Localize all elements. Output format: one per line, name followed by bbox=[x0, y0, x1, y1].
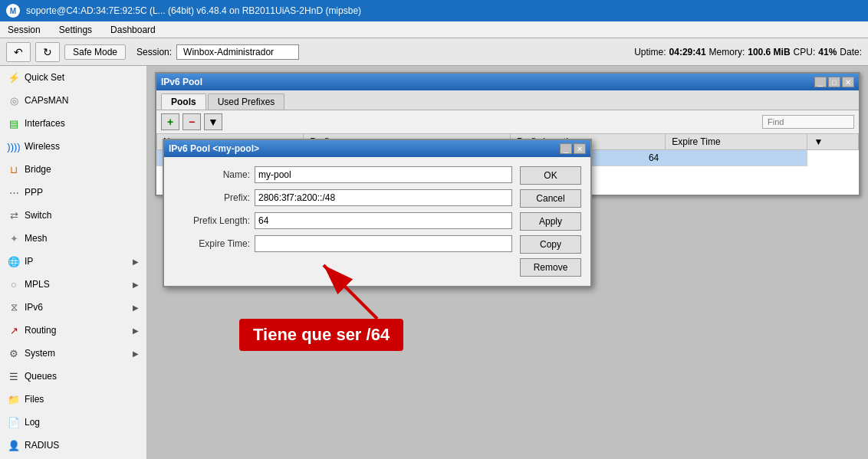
filter-button[interactable]: ▼ bbox=[204, 113, 222, 130]
find-input[interactable] bbox=[762, 115, 854, 129]
remove-button[interactable]: − bbox=[182, 113, 201, 130]
tab-used-prefixes[interactable]: Used Prefixes bbox=[208, 93, 285, 110]
expire-time-label: Expire Time: bbox=[173, 238, 250, 249]
menu-session[interactable]: Session bbox=[3, 23, 45, 37]
col-expire-time: Expire Time bbox=[666, 134, 807, 150]
sidebar-item-bridge[interactable]: ⊔Bridge bbox=[0, 158, 146, 181]
sidebar-item-ip[interactable]: 🌐IP▶ bbox=[0, 250, 146, 273]
sidebar-item-capsman[interactable]: ◎CAPsMAN bbox=[0, 89, 146, 112]
sidebar-item-system[interactable]: ⚙System▶ bbox=[0, 342, 146, 365]
annotation-box: Tiene que ser /64 bbox=[239, 319, 403, 351]
dialog-window-controls: _ ✕ bbox=[560, 143, 586, 154]
prefix-label: Prefix: bbox=[173, 192, 250, 203]
wireless-icon: )))) bbox=[8, 140, 20, 152]
refresh-button[interactable]: ↻ bbox=[35, 42, 60, 62]
sidebar-item-mpls[interactable]: ○MPLS▶ bbox=[0, 273, 146, 296]
apply-button[interactable]: Apply bbox=[520, 212, 581, 231]
routing-icon: ↗ bbox=[8, 324, 20, 336]
expire-time-input[interactable] bbox=[255, 235, 512, 252]
toolbar-stats: Uptime: 04:29:41 Memory: 100.6 MiB CPU: … bbox=[634, 47, 862, 57]
table-toolbar: + − ▼ bbox=[156, 110, 859, 133]
ppp-icon: ⋯ bbox=[8, 186, 20, 198]
tab-pools[interactable]: Pools bbox=[161, 93, 206, 110]
switch-icon: ⇄ bbox=[8, 209, 20, 221]
sidebar-item-label-mpls: MPLS bbox=[25, 279, 50, 290]
sidebar-item-routing[interactable]: ↗Routing▶ bbox=[0, 319, 146, 342]
field-row-prefix: Prefix: bbox=[173, 189, 512, 206]
copy-button[interactable]: Copy bbox=[520, 235, 581, 254]
memory-value: 100.6 MiB bbox=[748, 47, 790, 57]
main-layout: ⚡Quick Set◎CAPsMAN▤Interfaces))))Wireles… bbox=[0, 66, 868, 459]
dialog-minimize-button[interactable]: _ bbox=[560, 143, 572, 154]
prefix-input[interactable] bbox=[255, 189, 512, 206]
ip-arrow-icon: ▶ bbox=[133, 257, 139, 266]
sidebar-item-ipv6[interactable]: ⧖IPv6▶ bbox=[0, 296, 146, 319]
field-row-prefix-length: Prefix Length: bbox=[173, 212, 512, 229]
add-button[interactable]: + bbox=[161, 113, 179, 130]
sidebar-item-ppp[interactable]: ⋯PPP bbox=[0, 181, 146, 204]
pool-dialog: IPv6 Pool <my-pool> _ ✕ Name: Prefix: bbox=[163, 139, 592, 287]
remove-button[interactable]: Remove bbox=[520, 258, 581, 277]
sidebar-item-interfaces[interactable]: ▤Interfaces bbox=[0, 112, 146, 135]
maximize-button[interactable]: □ bbox=[828, 77, 840, 87]
radius-icon: 👤 bbox=[8, 439, 20, 451]
ip-icon: 🌐 bbox=[8, 255, 20, 267]
dialog-close-button[interactable]: ✕ bbox=[574, 143, 586, 154]
cpu-label: CPU: bbox=[794, 47, 816, 57]
queues-icon: ☰ bbox=[8, 370, 20, 382]
name-input[interactable] bbox=[255, 166, 512, 183]
close-button[interactable]: ✕ bbox=[842, 77, 854, 87]
sidebar-item-label-queues: Queues bbox=[25, 371, 57, 382]
sidebar-item-label-switch: Switch bbox=[25, 210, 51, 221]
menu-dashboard[interactable]: Dashboard bbox=[106, 23, 160, 37]
session-value: Winbox-Administrador bbox=[176, 44, 299, 60]
name-label: Name: bbox=[173, 169, 250, 180]
sidebar-item-label-files: Files bbox=[25, 394, 44, 405]
toolbar: ↶ ↻ Safe Mode Session: Winbox-Administra… bbox=[0, 38, 868, 66]
sidebar-item-files[interactable]: 📁Files bbox=[0, 388, 146, 411]
ipv6-icon: ⧖ bbox=[8, 301, 20, 313]
uptime-label: Uptime: bbox=[634, 47, 666, 57]
dialog-buttons: OK Cancel Apply Copy Remove bbox=[520, 166, 581, 277]
sidebar-item-queues[interactable]: ☰Queues bbox=[0, 365, 146, 388]
sidebar-item-label-wireless: Wireless bbox=[25, 141, 60, 152]
back-button[interactable]: ↶ bbox=[6, 42, 31, 62]
system-arrow-icon: ▶ bbox=[133, 349, 139, 358]
window-controls: _ □ ✕ bbox=[814, 77, 854, 87]
safe-mode-button[interactable]: Safe Mode bbox=[64, 44, 126, 60]
cell-expire-time bbox=[666, 150, 807, 166]
memory-label: Memory: bbox=[709, 47, 745, 57]
col-expand[interactable]: ▼ bbox=[807, 134, 859, 150]
session-label: Session: bbox=[136, 47, 172, 57]
menu-bar: Session Settings Dashboard bbox=[0, 21, 868, 38]
sidebar-item-switch[interactable]: ⇄Switch bbox=[0, 204, 146, 227]
prefix-length-input[interactable] bbox=[255, 212, 512, 229]
sidebar-item-quick-set[interactable]: ⚡Quick Set bbox=[0, 66, 146, 89]
sidebar-item-radius[interactable]: 👤RADIUS bbox=[0, 434, 146, 457]
dialog-fields: Name: Prefix: Prefix Length: Expire Time… bbox=[173, 166, 512, 277]
bridge-icon: ⊔ bbox=[8, 163, 20, 175]
sidebar-item-mesh[interactable]: ✦Mesh bbox=[0, 227, 146, 250]
routing-arrow-icon: ▶ bbox=[133, 326, 139, 335]
sidebar-item-log[interactable]: 📄Log bbox=[0, 411, 146, 434]
ok-button[interactable]: OK bbox=[520, 166, 581, 185]
dialog-body: Name: Prefix: Prefix Length: Expire Time… bbox=[164, 157, 590, 286]
ipv6-pool-title-bar: IPv6 Pool _ □ ✕ bbox=[156, 74, 859, 90]
sidebar-item-label-capsman: CAPsMAN bbox=[25, 95, 68, 106]
title-bar-text: soporte@C4:AD:34:7E:92:5C (L... (64bit) … bbox=[26, 5, 862, 16]
cancel-button[interactable]: Cancel bbox=[520, 189, 581, 208]
sidebar-item-label-system: System bbox=[25, 348, 55, 359]
sidebar-item-label-quick-set: Quick Set bbox=[25, 72, 64, 83]
tab-bar: Pools Used Prefixes bbox=[156, 90, 859, 110]
sidebar-item-label-routing: Routing bbox=[25, 325, 56, 336]
mpls-arrow-icon: ▶ bbox=[133, 280, 139, 289]
title-bar: M soporte@C4:AD:34:7E:92:5C (L... (64bit… bbox=[0, 0, 868, 21]
menu-settings[interactable]: Settings bbox=[54, 23, 97, 37]
files-icon: 📁 bbox=[8, 393, 20, 405]
sidebar: ⚡Quick Set◎CAPsMAN▤Interfaces))))Wireles… bbox=[0, 66, 147, 459]
minimize-button[interactable]: _ bbox=[814, 77, 827, 87]
content-area: IPv6 Pool _ □ ✕ Pools Used Prefixes + − … bbox=[147, 66, 868, 459]
sidebar-item-label-ppp: PPP bbox=[25, 187, 43, 198]
sidebar-item-label-ip: IP bbox=[25, 256, 33, 267]
sidebar-item-wireless[interactable]: ))))Wireless bbox=[0, 135, 146, 158]
